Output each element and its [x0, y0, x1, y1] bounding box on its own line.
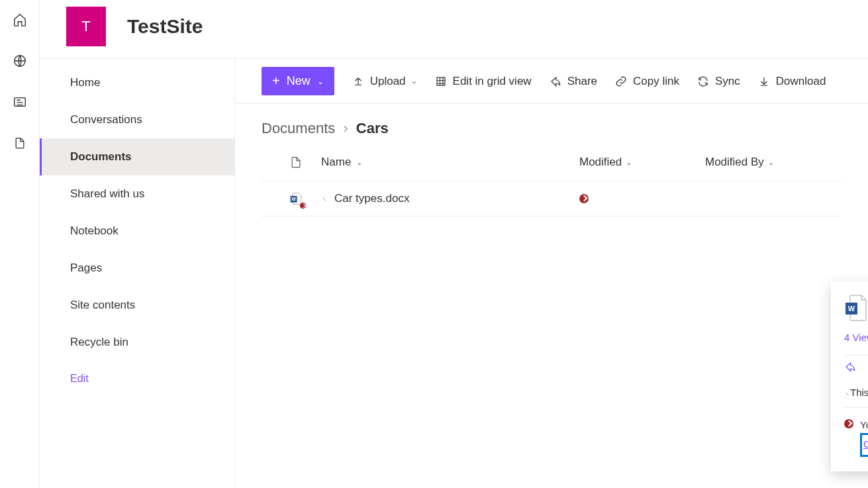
breadcrumb-root[interactable]: Documents [262, 120, 335, 136]
checkout-message: You checked out this item, so others can… [860, 419, 868, 430]
column-modified-by[interactable]: Modified By⌄ [705, 156, 824, 169]
site-header: T TestSite [40, 0, 868, 59]
share-button[interactable]: Share [549, 75, 597, 88]
side-nav: Home Conversations Documents Shared with… [40, 59, 235, 488]
site-tile[interactable]: T [66, 7, 106, 46]
download-button[interactable]: Download [757, 75, 826, 88]
upload-button[interactable]: Upload ⌄ [352, 75, 417, 88]
grid-icon [434, 75, 448, 88]
svg-text:W: W [848, 305, 855, 313]
nav-shared[interactable]: Shared with us [40, 175, 234, 213]
new-indicator-icon: ⟍ [321, 195, 328, 203]
home-icon[interactable] [12, 12, 28, 28]
chevron-down-icon: ⌄ [626, 158, 632, 167]
new-button[interactable]: + New ⌄ [262, 67, 334, 95]
download-icon [757, 75, 771, 88]
site-title: TestSite [127, 15, 203, 38]
globe-icon[interactable] [12, 53, 28, 69]
checkin-highlight: Check in [860, 433, 868, 457]
nav-conversations[interactable]: Conversations [40, 101, 234, 138]
file-icon[interactable] [12, 135, 28, 151]
list-header: Name⌄ Modified⌄ Modified By⌄ [262, 144, 842, 181]
nav-pages[interactable]: Pages [40, 250, 234, 287]
svg-text:W: W [292, 197, 297, 201]
table-row[interactable]: W ⟍Car types.docx [262, 181, 842, 217]
breadcrumb: Documents › Cars [235, 104, 868, 144]
toolbar: + New ⌄ Upload ⌄ Edit in grid view [235, 59, 868, 104]
nav-edit[interactable]: Edit [40, 361, 234, 397]
new-label: New [287, 74, 311, 88]
chevron-down-icon: ⌄ [768, 158, 774, 167]
chevron-right-icon: › [343, 120, 348, 136]
nav-home[interactable]: Home [40, 64, 234, 101]
nav-site-contents[interactable]: Site contents [40, 287, 234, 324]
sync-button[interactable]: Sync [697, 75, 740, 88]
column-name[interactable]: Name⌄ [321, 156, 579, 169]
sync-icon [697, 75, 710, 88]
chevron-down-icon: ⌄ [356, 158, 362, 167]
share-icon[interactable] [844, 361, 856, 375]
file-hover-card: W Car types 4 Views See details ⟍This it… [831, 281, 868, 471]
breadcrumb-current: Cars [356, 120, 389, 136]
doc-type-icon [289, 156, 303, 169]
word-icon: W [844, 295, 867, 321]
app-rail [0, 0, 40, 488]
checked-out-icon [844, 419, 853, 428]
file-name: Car types.docx [334, 192, 409, 205]
nav-documents[interactable]: Documents [40, 138, 234, 175]
share-icon [549, 75, 562, 88]
column-modified[interactable]: Modified⌄ [579, 156, 705, 169]
link-icon [614, 75, 628, 88]
copy-link-button[interactable]: Copy link [614, 75, 679, 88]
checkout-badge-icon [299, 202, 307, 209]
chevron-down-icon: ⌄ [411, 77, 417, 85]
svg-rect-2 [437, 77, 445, 85]
chevron-down-icon: ⌄ [317, 77, 324, 86]
card-views[interactable]: 4 Views [844, 332, 868, 343]
word-icon: W [289, 191, 303, 206]
edit-grid-button[interactable]: Edit in grid view [434, 75, 532, 88]
check-in-link[interactable]: Check in [863, 438, 868, 450]
plus-icon: + [272, 73, 280, 89]
news-icon[interactable] [12, 94, 28, 110]
card-created-text: ⟍This item was created Yesterday at 8:40… [844, 380, 868, 408]
upload-icon [352, 75, 365, 88]
checked-out-icon [579, 194, 589, 203]
nav-notebook[interactable]: Notebook [40, 213, 234, 250]
nav-recycle[interactable]: Recycle bin [40, 324, 234, 361]
